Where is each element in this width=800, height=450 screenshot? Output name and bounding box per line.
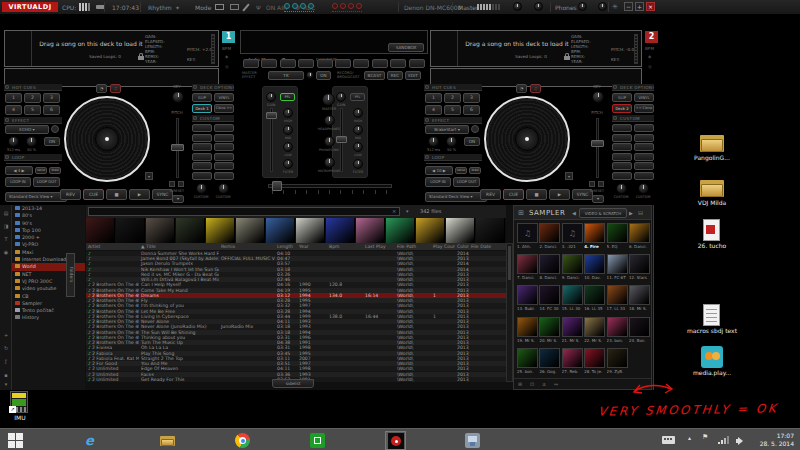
deck-2-jog-wheel[interactable] [484, 96, 570, 182]
channel-2-gain-knob[interactable] [336, 92, 346, 102]
deck-2-pitch-plus-button[interactable] [598, 181, 604, 187]
browser-strip-icon[interactable]: T [2, 235, 10, 243]
deck-2-loop-size[interactable]: ◀ 10 ▶ [425, 166, 453, 175]
column-header-title[interactable]: ▲ Title [139, 243, 219, 251]
deck-2-key-knob[interactable] [592, 91, 604, 103]
deck-1-custom-button[interactable] [192, 153, 212, 161]
sampler-cell[interactable]: 22. Mr S. [584, 317, 605, 346]
deck-1-hot-cue-3[interactable]: 3 [43, 93, 60, 103]
deck-2-effect-on-button[interactable]: ON [464, 137, 480, 146]
deck-1-vinyl-button[interactable]: VINYL [214, 93, 234, 102]
deck-1-hot-cue-4[interactable]: 4 [5, 105, 22, 115]
album-art-thumb[interactable] [116, 218, 145, 243]
deck-1-quantize-button[interactable]: ◔ [96, 84, 107, 93]
keyboard-tray-icon[interactable] [662, 436, 675, 444]
folder-item-2000-[interactable]: 2000 + [12, 234, 85, 241]
mixer-custom-button[interactable] [353, 59, 369, 68]
deck-1-key-knob[interactable] [172, 91, 184, 103]
deck-2-hot-cue-2[interactable]: 2 [444, 93, 461, 103]
clear-search-icon[interactable]: × [392, 208, 396, 214]
master-effect-knob[interactable] [306, 71, 314, 79]
deck-1-pin-icon[interactable]: ◎ [225, 64, 229, 69]
settings-gear-icon[interactable]: ✳ [612, 3, 618, 11]
sampler-tool-grid-icon[interactable]: ⊞ [518, 381, 522, 387]
channel-2-filter-knob[interactable] [353, 159, 363, 169]
album-art-thumb[interactable] [356, 218, 385, 243]
sampler-cell[interactable]: ♫3. .321 [562, 223, 583, 252]
deck-2-custom-button[interactable] [634, 172, 654, 180]
sampler-cell[interactable]: 13. Bubl. [517, 285, 538, 314]
master-volume-knob[interactable] [322, 93, 335, 106]
browser-strip-icon[interactable]: ▾ [2, 380, 10, 388]
master-effect-selector[interactable]: TK [268, 71, 304, 80]
sampler-cell[interactable]: 26. Gog. [539, 348, 560, 377]
browser-strip-icon[interactable]: ▪ [2, 371, 10, 379]
sampler-cell[interactable]: 6. Danci. [629, 223, 650, 252]
laptop-screen-icon[interactable] [215, 4, 224, 10]
column-header-play-count[interactable]: Play Count [431, 243, 455, 251]
deck-2-loop-slider[interactable] [426, 163, 479, 164]
maximize-button[interactable]: + [635, 2, 644, 11]
deck-2-effect-knob-2[interactable] [446, 136, 457, 147]
sampler-cell[interactable]: 9. Danci. [562, 254, 583, 283]
deck-2-custom-button[interactable] [634, 153, 654, 161]
close-button[interactable]: × [646, 2, 655, 11]
deck-1-jog-mode-button[interactable]: ▾ [145, 172, 153, 180]
deck-1-custom-button[interactable] [214, 162, 234, 170]
deck-2-vinyl-button[interactable]: VINYL [634, 93, 654, 102]
deck-1-loop-out-button[interactable]: LOOP OUT [33, 177, 60, 187]
deck-1-effect-knob-2[interactable] [26, 136, 37, 147]
browser-strip-icon[interactable]: ↻ [2, 344, 10, 352]
sampler-tool-list-icon[interactable]: ⊡ [530, 381, 534, 387]
sampler-cell[interactable]: 4. Fire [584, 223, 605, 252]
folder-item-90-s[interactable]: 90's [12, 220, 85, 227]
deck-2-custom-button[interactable] [612, 124, 632, 132]
column-header-color[interactable]: Color [455, 243, 469, 251]
album-art-thumb[interactable] [206, 218, 235, 243]
bcast-button[interactable]: BCAST [364, 71, 385, 80]
edit-button[interactable]: EDIT [405, 71, 421, 80]
sampler-cell[interactable]: 11. FC 6T [607, 254, 628, 283]
headphones-knob[interactable] [324, 115, 335, 126]
sampler-cell[interactable]: 24. Bon. [629, 317, 650, 346]
deck-2-pitch-minus-button[interactable] [589, 181, 595, 187]
folder-item-tento-po-ta-[interactable]: Tento počítač [12, 307, 85, 314]
deck-2-loop-in-button[interactable]: LOOP IN [425, 177, 451, 187]
column-header-length[interactable]: Length [275, 243, 297, 251]
deck-2-pitch-slider[interactable] [591, 140, 604, 147]
phones-knob-1[interactable] [578, 2, 587, 11]
album-art-thumb[interactable] [146, 218, 175, 243]
file-explorer-icon[interactable] [160, 433, 175, 448]
album-art-thumb[interactable] [326, 218, 355, 243]
desktop-icon-media-play-[interactable]: media.play... [686, 370, 738, 377]
sampler-cell[interactable]: 15. LL 30 [562, 285, 583, 314]
sampler-cell[interactable]: 7. Danci. [517, 254, 538, 283]
rhythm-label[interactable]: Rhythm [148, 4, 172, 11]
deck-1-custom-knob-1[interactable] [196, 183, 207, 194]
deck-2-hot-cue-6[interactable]: 6 [463, 105, 480, 115]
rec-button[interactable]: REC [387, 71, 403, 80]
phones-mix-knob[interactable] [324, 136, 335, 147]
internet-explorer-icon[interactable]: e [85, 433, 100, 448]
deck-2-custom-button[interactable] [612, 134, 632, 142]
phones-knob-2[interactable] [598, 2, 607, 11]
sampler-cell[interactable]: 14. FC 30 [539, 285, 560, 314]
folder-item-top-100[interactable]: Top 100 [12, 227, 85, 234]
desktop-icon-26-tucho[interactable]: 26. tucho [686, 243, 738, 250]
deck-1-custom-button[interactable] [192, 162, 212, 170]
sampler-cell[interactable]: 8. Danci. [539, 254, 560, 283]
column-header-file-date[interactable]: File Date [469, 243, 506, 251]
sampler-cell[interactable]: 5. EQ [607, 223, 628, 252]
column-header-artist[interactable]: Artist [86, 243, 139, 251]
deck-2-transport-rev[interactable]: REV [480, 189, 501, 200]
deck-1-loop-save-button[interactable]: save [35, 167, 47, 174]
wrench-icon[interactable] [242, 3, 249, 11]
album-art-thumb[interactable] [476, 218, 505, 243]
lock-icon[interactable] [138, 56, 144, 60]
browser-strip-icon[interactable]: ƒ [2, 357, 10, 365]
deck-1-transport-rev[interactable]: REV [60, 189, 81, 200]
sampler-cell[interactable]: 12. Stars [629, 254, 650, 283]
deck-1-transport-cue[interactable]: CUE [83, 189, 104, 200]
deck-1-slip-button[interactable]: SLIP [192, 93, 212, 102]
deck-1-transport-stop[interactable]: ■ [106, 189, 127, 200]
